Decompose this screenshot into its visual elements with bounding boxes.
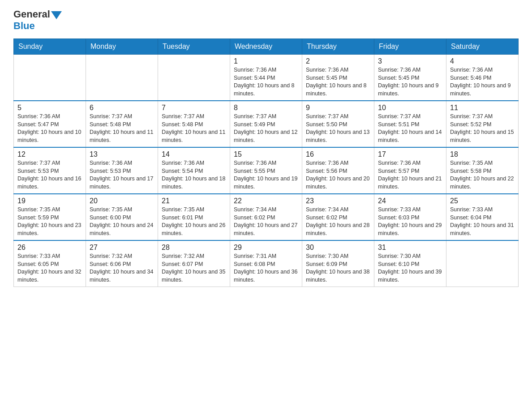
day-number: 7 [162, 104, 226, 112]
day-number: 10 [378, 104, 442, 112]
calendar-day-cell: 8Sunrise: 7:37 AMSunset: 5:49 PMDaylight… [230, 101, 302, 147]
day-number: 2 [306, 57, 370, 65]
calendar-week-row: 1Sunrise: 7:36 AMSunset: 5:44 PMDaylight… [14, 55, 519, 101]
day-info: Sunrise: 7:37 AMSunset: 5:49 PMDaylight:… [234, 113, 298, 144]
day-number: 9 [306, 104, 370, 112]
page-header: General Blue [13, 9, 519, 31]
calendar-day-cell [158, 55, 230, 101]
day-info: Sunrise: 7:34 AMSunset: 6:02 PMDaylight:… [234, 206, 298, 237]
day-number: 11 [450, 104, 515, 112]
day-info: Sunrise: 7:36 AMSunset: 5:45 PMDaylight:… [306, 66, 370, 98]
day-number: 22 [234, 197, 298, 205]
day-info: Sunrise: 7:36 AMSunset: 5:57 PMDaylight:… [378, 159, 442, 191]
day-number: 31 [378, 244, 442, 252]
day-info: Sunrise: 7:34 AMSunset: 6:02 PMDaylight:… [306, 206, 370, 237]
day-info: Sunrise: 7:36 AMSunset: 5:53 PMDaylight:… [90, 159, 154, 191]
day-info: Sunrise: 7:36 AMSunset: 5:47 PMDaylight:… [17, 113, 82, 144]
day-number: 8 [234, 104, 298, 112]
day-info: Sunrise: 7:35 AMSunset: 6:00 PMDaylight:… [90, 206, 154, 237]
calendar-day-cell: 11Sunrise: 7:37 AMSunset: 5:52 PMDayligh… [446, 101, 519, 147]
calendar-day-cell: 20Sunrise: 7:35 AMSunset: 6:00 PMDayligh… [86, 194, 158, 240]
calendar-day-cell: 22Sunrise: 7:34 AMSunset: 6:02 PMDayligh… [230, 194, 302, 240]
day-number: 27 [90, 244, 154, 252]
calendar-day-cell: 16Sunrise: 7:36 AMSunset: 5:56 PMDayligh… [302, 147, 374, 194]
day-info: Sunrise: 7:30 AMSunset: 6:09 PMDaylight:… [306, 253, 370, 284]
day-of-week-header: Saturday [446, 39, 519, 55]
day-number: 4 [450, 57, 515, 65]
calendar-day-cell: 4Sunrise: 7:36 AMSunset: 5:46 PMDaylight… [446, 55, 519, 101]
day-info: Sunrise: 7:35 AMSunset: 5:58 PMDaylight:… [450, 159, 515, 191]
day-of-week-header: Sunday [14, 39, 86, 55]
logo-triangle-icon [51, 11, 62, 19]
day-number: 12 [17, 150, 82, 158]
calendar-week-row: 19Sunrise: 7:35 AMSunset: 5:59 PMDayligh… [14, 194, 519, 240]
day-number: 6 [90, 104, 154, 112]
calendar-day-cell: 1Sunrise: 7:36 AMSunset: 5:44 PMDaylight… [230, 55, 302, 101]
day-info: Sunrise: 7:37 AMSunset: 5:48 PMDaylight:… [162, 113, 226, 144]
calendar-week-row: 12Sunrise: 7:37 AMSunset: 5:53 PMDayligh… [14, 147, 519, 194]
day-of-week-header: Friday [374, 39, 446, 55]
calendar-day-cell: 2Sunrise: 7:36 AMSunset: 5:45 PMDaylight… [302, 55, 374, 101]
calendar-day-cell: 28Sunrise: 7:32 AMSunset: 6:07 PMDayligh… [158, 240, 230, 287]
calendar-day-cell: 27Sunrise: 7:32 AMSunset: 6:06 PMDayligh… [86, 240, 158, 287]
calendar-day-cell: 25Sunrise: 7:33 AMSunset: 6:04 PMDayligh… [446, 194, 519, 240]
day-number: 3 [378, 57, 442, 65]
day-number: 28 [162, 244, 226, 252]
day-info: Sunrise: 7:31 AMSunset: 6:08 PMDaylight:… [234, 253, 298, 284]
calendar-day-cell: 19Sunrise: 7:35 AMSunset: 5:59 PMDayligh… [14, 194, 86, 240]
calendar-day-cell: 14Sunrise: 7:36 AMSunset: 5:54 PMDayligh… [158, 147, 230, 194]
day-info: Sunrise: 7:37 AMSunset: 5:50 PMDaylight:… [306, 113, 370, 144]
day-info: Sunrise: 7:36 AMSunset: 5:44 PMDaylight:… [234, 66, 298, 98]
calendar-week-row: 26Sunrise: 7:33 AMSunset: 6:05 PMDayligh… [14, 240, 519, 287]
day-number: 15 [234, 150, 298, 158]
logo-text-main: General [13, 9, 50, 20]
day-info: Sunrise: 7:33 AMSunset: 6:03 PMDaylight:… [378, 206, 442, 237]
day-number: 20 [90, 197, 154, 205]
calendar-day-cell: 21Sunrise: 7:35 AMSunset: 6:01 PMDayligh… [158, 194, 230, 240]
day-info: Sunrise: 7:36 AMSunset: 5:54 PMDaylight:… [162, 159, 226, 191]
calendar-day-cell: 10Sunrise: 7:37 AMSunset: 5:51 PMDayligh… [374, 101, 446, 147]
day-info: Sunrise: 7:32 AMSunset: 6:06 PMDaylight:… [90, 253, 154, 284]
calendar-header-row: SundayMondayTuesdayWednesdayThursdayFrid… [14, 39, 519, 55]
day-info: Sunrise: 7:33 AMSunset: 6:04 PMDaylight:… [450, 206, 515, 237]
day-info: Sunrise: 7:32 AMSunset: 6:07 PMDaylight:… [162, 253, 226, 284]
day-number: 18 [450, 150, 515, 158]
day-info: Sunrise: 7:37 AMSunset: 5:53 PMDaylight:… [17, 159, 82, 191]
day-number: 21 [162, 197, 226, 205]
calendar-day-cell: 9Sunrise: 7:37 AMSunset: 5:50 PMDaylight… [302, 101, 374, 147]
day-of-week-header: Monday [86, 39, 158, 55]
day-number: 1 [234, 57, 298, 65]
day-number: 5 [17, 104, 82, 112]
calendar-week-row: 5Sunrise: 7:36 AMSunset: 5:47 PMDaylight… [14, 101, 519, 147]
day-number: 29 [234, 244, 298, 252]
day-info: Sunrise: 7:35 AMSunset: 6:01 PMDaylight:… [162, 206, 226, 237]
day-info: Sunrise: 7:35 AMSunset: 5:59 PMDaylight:… [17, 206, 82, 237]
day-info: Sunrise: 7:30 AMSunset: 6:10 PMDaylight:… [378, 253, 442, 284]
calendar-day-cell: 18Sunrise: 7:35 AMSunset: 5:58 PMDayligh… [446, 147, 519, 194]
day-info: Sunrise: 7:37 AMSunset: 5:52 PMDaylight:… [450, 113, 515, 144]
day-number: 30 [306, 244, 370, 252]
calendar-day-cell: 24Sunrise: 7:33 AMSunset: 6:03 PMDayligh… [374, 194, 446, 240]
calendar-day-cell: 26Sunrise: 7:33 AMSunset: 6:05 PMDayligh… [14, 240, 86, 287]
day-number: 25 [450, 197, 515, 205]
day-info: Sunrise: 7:37 AMSunset: 5:51 PMDaylight:… [378, 113, 442, 144]
calendar-day-cell: 6Sunrise: 7:37 AMSunset: 5:48 PMDaylight… [86, 101, 158, 147]
calendar-day-cell: 23Sunrise: 7:34 AMSunset: 6:02 PMDayligh… [302, 194, 374, 240]
calendar-day-cell [446, 240, 519, 287]
day-number: 13 [90, 150, 154, 158]
calendar-day-cell: 15Sunrise: 7:36 AMSunset: 5:55 PMDayligh… [230, 147, 302, 194]
calendar-table: SundayMondayTuesdayWednesdayThursdayFrid… [13, 39, 519, 287]
day-info: Sunrise: 7:36 AMSunset: 5:46 PMDaylight:… [450, 66, 515, 98]
calendar-day-cell: 7Sunrise: 7:37 AMSunset: 5:48 PMDaylight… [158, 101, 230, 147]
day-number: 17 [378, 150, 442, 158]
day-of-week-header: Thursday [302, 39, 374, 55]
calendar-day-cell: 30Sunrise: 7:30 AMSunset: 6:09 PMDayligh… [302, 240, 374, 287]
calendar-day-cell: 29Sunrise: 7:31 AMSunset: 6:08 PMDayligh… [230, 240, 302, 287]
day-number: 24 [378, 197, 442, 205]
calendar-day-cell: 3Sunrise: 7:36 AMSunset: 5:45 PMDaylight… [374, 55, 446, 101]
logo-text-blue: Blue [13, 21, 35, 31]
calendar-day-cell: 17Sunrise: 7:36 AMSunset: 5:57 PMDayligh… [374, 147, 446, 194]
calendar-day-cell: 13Sunrise: 7:36 AMSunset: 5:53 PMDayligh… [86, 147, 158, 194]
logo: General Blue [13, 9, 62, 31]
day-of-week-header: Tuesday [158, 39, 230, 55]
